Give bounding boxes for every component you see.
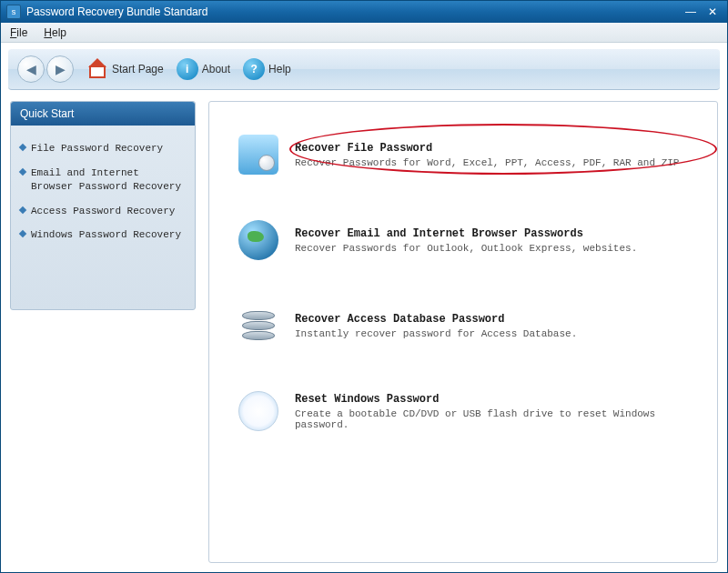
main-panel: Recover File Password Recover Passwords … bbox=[208, 101, 718, 563]
help-icon: ? bbox=[243, 58, 265, 80]
menu-file[interactable]: File bbox=[10, 26, 27, 39]
bullet-icon bbox=[19, 144, 26, 151]
start-page-button[interactable]: Start Page bbox=[86, 58, 164, 80]
content-area: Quick Start File Password Recovery Email… bbox=[1, 96, 727, 572]
sidebar-item-windows-recovery[interactable]: Windows Password Recovery bbox=[20, 223, 186, 247]
option-recover-email-password[interactable]: Recover Email and Internet Browser Passw… bbox=[235, 207, 692, 273]
info-icon: i bbox=[177, 58, 198, 80]
sidebar-item-label: File Password Recovery bbox=[31, 142, 163, 156]
globe-icon bbox=[238, 220, 278, 260]
option-title: Recover Access Database Password bbox=[295, 313, 688, 328]
app-icon: s bbox=[6, 5, 21, 19]
sidebar-item-label: Email and Internet Browser Password Reco… bbox=[31, 166, 186, 194]
help-label: Help bbox=[268, 63, 291, 75]
option-title: Recover File Password bbox=[295, 142, 688, 157]
option-text: Recover Email and Internet Browser Passw… bbox=[295, 227, 688, 254]
sidebar-item-access-recovery[interactable]: Access Password Recovery bbox=[20, 199, 186, 224]
help-button[interactable]: ? Help bbox=[243, 58, 291, 80]
window-title: Password Recovery Bundle Standard bbox=[26, 5, 678, 18]
nav-arrows: ◀ ▶ bbox=[17, 55, 74, 83]
option-text: Recover File Password Recover Passwords … bbox=[295, 142, 688, 168]
menu-help[interactable]: Help bbox=[44, 26, 66, 39]
option-recover-file-password[interactable]: Recover File Password Recover Passwords … bbox=[235, 122, 692, 187]
about-label: About bbox=[202, 63, 230, 75]
about-button[interactable]: i About bbox=[177, 58, 230, 80]
option-title: Recover Email and Internet Browser Passw… bbox=[295, 227, 688, 243]
bullet-icon bbox=[19, 206, 26, 213]
sidebar-item-email-recovery[interactable]: Email and Internet Browser Password Reco… bbox=[20, 161, 186, 199]
sidebar-body: File Password Recovery Email and Interne… bbox=[11, 126, 195, 256]
menubar: File Help bbox=[1, 23, 727, 43]
option-desc: Recover Passwords for Outlook, Outlook E… bbox=[295, 243, 688, 254]
option-title: Reset Windows Password bbox=[295, 393, 688, 408]
windows-icon bbox=[238, 391, 278, 431]
option-reset-windows-password[interactable]: Reset Windows Password Create a bootable… bbox=[235, 378, 692, 444]
back-button[interactable]: ◀ bbox=[17, 55, 45, 83]
app-window: s Password Recovery Bundle Standard — ✕ … bbox=[0, 0, 728, 573]
home-icon bbox=[86, 58, 108, 80]
sidebar-item-label: Access Password Recovery bbox=[31, 205, 175, 218]
sidebar: Quick Start File Password Recovery Email… bbox=[10, 101, 196, 310]
sidebar-item-file-recovery[interactable]: File Password Recovery bbox=[20, 136, 186, 161]
minimize-button[interactable]: — bbox=[682, 5, 700, 19]
option-recover-access-password[interactable]: Recover Access Database Password Instant… bbox=[235, 293, 692, 358]
sidebar-header: Quick Start bbox=[11, 102, 195, 126]
folder-lock-icon bbox=[238, 135, 278, 175]
option-desc: Create a bootable CD/DVD or USB flash dr… bbox=[295, 408, 688, 430]
close-button[interactable]: ✕ bbox=[703, 5, 722, 19]
database-icon bbox=[238, 306, 278, 346]
start-page-label: Start Page bbox=[112, 63, 164, 75]
toolbar: ◀ ▶ Start Page i About ? Help bbox=[8, 48, 720, 90]
option-text: Recover Access Database Password Instant… bbox=[295, 313, 688, 339]
bullet-icon bbox=[19, 230, 26, 237]
option-desc: Instantly recover password for Access Da… bbox=[295, 328, 688, 339]
sidebar-item-label: Windows Password Recovery bbox=[31, 228, 181, 242]
titlebar: s Password Recovery Bundle Standard — ✕ bbox=[1, 1, 727, 23]
option-text: Reset Windows Password Create a bootable… bbox=[295, 393, 688, 430]
option-desc: Recover Passwords for Word, Excel, PPT, … bbox=[295, 157, 688, 168]
bullet-icon bbox=[19, 168, 26, 176]
forward-button[interactable]: ▶ bbox=[46, 55, 74, 83]
